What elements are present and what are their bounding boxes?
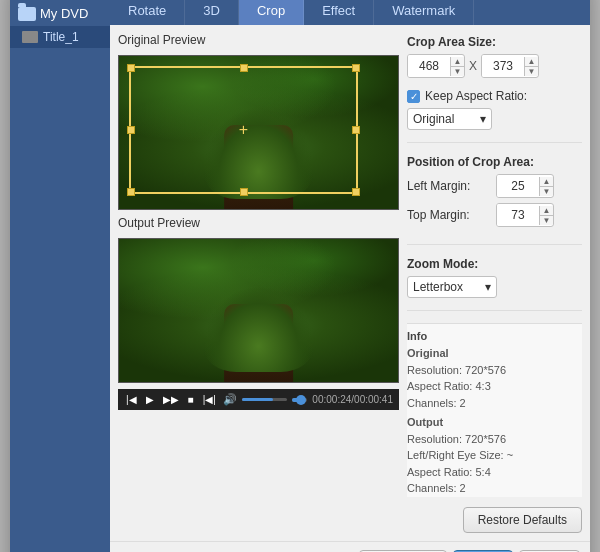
- content-area: Rotate 3D Crop Effect Watermark: [110, 0, 590, 552]
- sidebar-item-title[interactable]: Title_1: [10, 26, 110, 48]
- aspect-ratio-value: Original: [413, 112, 454, 126]
- sidebar-folder[interactable]: My DVD: [10, 1, 110, 26]
- volume-fill: [242, 398, 274, 401]
- left-margin-down[interactable]: ▼: [540, 187, 553, 196]
- left-margin-up[interactable]: ▲: [540, 177, 553, 187]
- left-margin-row: Left Margin: ▲ ▼: [407, 174, 582, 198]
- tab-rotate[interactable]: Rotate: [110, 0, 185, 25]
- info-original-channels: Channels: 2: [407, 395, 582, 412]
- zoom-mode-label: Zoom Mode:: [407, 257, 582, 271]
- crop-size-row: ▲ ▼ X ▲ ▼: [407, 54, 582, 78]
- play-button[interactable]: ▶: [144, 394, 156, 405]
- time-label: 00:00:24/00:00:41: [312, 394, 393, 405]
- output-preview-box: [118, 238, 399, 383]
- info-output-title: Output: [407, 414, 582, 431]
- left-margin-input[interactable]: ▲ ▼: [496, 174, 554, 198]
- zoom-mode-value: Letterbox: [413, 280, 463, 294]
- crop-handle-ml[interactable]: [127, 126, 135, 134]
- crop-width-input[interactable]: ▲ ▼: [407, 54, 465, 78]
- position-label: Position of Crop Area:: [407, 155, 582, 169]
- crop-height-spinner[interactable]: ▲ ▼: [524, 57, 538, 76]
- crop-width-down[interactable]: ▼: [451, 67, 464, 76]
- chevron-down-icon: ▾: [480, 112, 486, 126]
- crop-height-up[interactable]: ▲: [525, 57, 538, 67]
- volume-icon: 🔊: [223, 393, 237, 406]
- top-margin-input[interactable]: ▲ ▼: [496, 203, 554, 227]
- keep-aspect-checkbox[interactable]: ✓: [407, 90, 420, 103]
- left-margin-field[interactable]: [497, 175, 539, 197]
- divider-1: [407, 142, 582, 143]
- left-margin-label: Left Margin:: [407, 179, 492, 193]
- sidebar-item-label: Title_1: [43, 30, 79, 44]
- output-tree-trunk: [224, 304, 294, 383]
- info-output-aspect: Aspect Ratio: 5:4: [407, 464, 582, 481]
- progress-thumb[interactable]: [296, 395, 306, 405]
- folder-label: My DVD: [40, 6, 88, 21]
- edit-window: Edit My DVD Title_1 Rotate 3D: [10, 0, 590, 552]
- crop-height-field[interactable]: [482, 55, 524, 77]
- tab-effect[interactable]: Effect: [304, 0, 374, 25]
- crop-width-up[interactable]: ▲: [451, 57, 464, 67]
- bottom-bar: Restore All Apply Close: [110, 541, 590, 552]
- zoom-mode-select[interactable]: Letterbox ▾: [407, 276, 497, 298]
- crop-handle-tm[interactable]: [240, 64, 248, 72]
- info-original-title: Original: [407, 345, 582, 362]
- keep-aspect-label: Keep Aspect Ratio:: [425, 89, 527, 103]
- top-margin-down[interactable]: ▼: [540, 216, 553, 225]
- crop-handle-mr[interactable]: [352, 126, 360, 134]
- aspect-ratio-select[interactable]: Original ▾: [407, 108, 492, 130]
- crop-area-section: Crop Area Size: ▲ ▼ X: [407, 35, 582, 83]
- crop-height-input[interactable]: ▲ ▼: [481, 54, 539, 78]
- output-preview-label: Output Preview: [118, 216, 399, 230]
- info-output-channels: Channels: 2: [407, 480, 582, 497]
- crop-handle-tl[interactable]: [127, 64, 135, 72]
- info-original-resolution: Resolution: 720*576: [407, 362, 582, 379]
- side-panel: Crop Area Size: ▲ ▼ X: [407, 33, 582, 533]
- body-area: Original Preview: [110, 25, 590, 541]
- original-preview-box: [118, 55, 399, 210]
- info-output-resolution: Resolution: 720*576: [407, 431, 582, 448]
- left-margin-spinner[interactable]: ▲ ▼: [539, 177, 553, 196]
- crop-handle-bm[interactable]: [240, 188, 248, 196]
- keep-aspect-row: ✓ Keep Aspect Ratio:: [407, 89, 582, 103]
- sidebar: My DVD Title_1: [10, 0, 110, 552]
- crop-width-spinner[interactable]: ▲ ▼: [450, 57, 464, 76]
- position-section: Position of Crop Area: Left Margin: ▲ ▼: [407, 155, 582, 232]
- top-margin-spinner[interactable]: ▲ ▼: [539, 206, 553, 225]
- crop-height-down[interactable]: ▼: [525, 67, 538, 76]
- crop-area-label: Crop Area Size:: [407, 35, 582, 49]
- top-margin-field[interactable]: [497, 204, 539, 226]
- zoom-chevron-icon: ▾: [485, 280, 491, 294]
- crop-handle-br[interactable]: [352, 188, 360, 196]
- tab-bar: Rotate 3D Crop Effect Watermark: [110, 0, 590, 25]
- playbar: |◀ ▶ ▶▶ ■ |◀| 🔊 00:00:24/00:00: [118, 389, 399, 410]
- zoom-mode-section: Zoom Mode: Letterbox ▾: [407, 257, 582, 298]
- tab-watermark[interactable]: Watermark: [374, 0, 474, 25]
- rewind-button[interactable]: |◀|: [201, 394, 218, 405]
- info-section: Info Original Resolution: 720*576 Aspect…: [407, 323, 582, 497]
- top-margin-row: Top Margin: ▲ ▼: [407, 203, 582, 227]
- divider-2: [407, 244, 582, 245]
- stop-button[interactable]: ■: [186, 394, 196, 405]
- volume-bar[interactable]: [242, 398, 287, 401]
- divider-3: [407, 310, 582, 311]
- restore-defaults-button[interactable]: Restore Defaults: [463, 507, 582, 533]
- main-content: My DVD Title_1 Rotate 3D Crop: [10, 0, 590, 552]
- prev-frame-button[interactable]: |◀: [124, 394, 139, 405]
- crop-handle-bl[interactable]: [127, 188, 135, 196]
- progress-bar[interactable]: [292, 398, 308, 402]
- aspect-ratio-section: ✓ Keep Aspect Ratio: Original ▾: [407, 89, 582, 130]
- x-separator: X: [469, 59, 477, 73]
- crop-width-field[interactable]: [408, 55, 450, 77]
- original-preview-label: Original Preview: [118, 33, 399, 47]
- tab-3d[interactable]: 3D: [185, 0, 239, 25]
- crop-overlay[interactable]: [129, 66, 358, 194]
- top-margin-up[interactable]: ▲: [540, 206, 553, 216]
- info-output-eye-size: Left/Right Eye Size: ~: [407, 447, 582, 464]
- tab-crop[interactable]: Crop: [239, 0, 304, 25]
- crop-handle-tr[interactable]: [352, 64, 360, 72]
- folder-icon: [18, 7, 36, 21]
- output-preview-image: [119, 239, 398, 382]
- fast-forward-button[interactable]: ▶▶: [161, 394, 181, 405]
- info-original-aspect: Aspect Ratio: 4:3: [407, 378, 582, 395]
